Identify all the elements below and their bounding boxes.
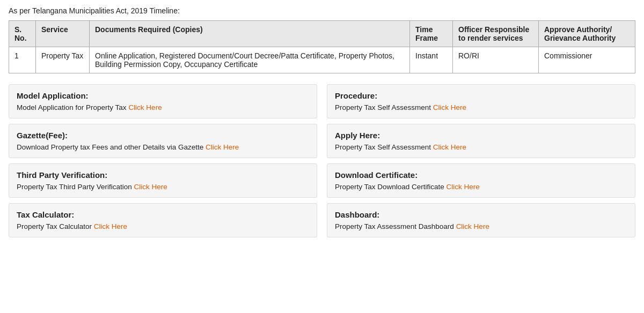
link-apply-here[interactable]: Click Here: [433, 143, 466, 151]
cell-sno: 1: [9, 47, 36, 73]
link-tax-calculator[interactable]: Click Here: [94, 222, 127, 230]
link-gazette-fee[interactable]: Click Here: [206, 143, 239, 151]
col-header-service: Service: [36, 21, 90, 47]
col-header-officer: Officer Responsible to render services: [453, 21, 539, 47]
card-procedure: Procedure: Property Tax Self Assessment …: [327, 84, 635, 118]
card-body-model-application: Model Application for Property Tax Click…: [17, 103, 309, 111]
intro-text: As per Telangana Municipalities Act, 201…: [9, 6, 635, 15]
cell-officer: RO/RI: [453, 47, 539, 73]
card-body-download-certificate: Property Tax Download Certificate Click …: [335, 183, 627, 191]
card-title-gazette-fee: Gazette(Fee):: [17, 131, 309, 140]
col-header-documents: Documents Required (Copies): [90, 21, 410, 47]
right-cards: Procedure: Property Tax Self Assessment …: [327, 84, 635, 237]
cell-documents: Online Application, Registered Document/…: [90, 47, 410, 73]
card-model-application: Model Application: Model Application for…: [9, 84, 317, 118]
card-dashboard: Dashboard: Property Tax Assessment Dashb…: [327, 203, 635, 237]
cell-authority: Commissioner: [539, 47, 635, 73]
card-body-third-party: Property Tax Third Party Verification Cl…: [17, 183, 309, 191]
card-title-model-application: Model Application:: [17, 91, 309, 100]
link-procedure[interactable]: Click Here: [433, 103, 466, 111]
card-download-certificate: Download Certificate: Property Tax Downl…: [327, 163, 635, 198]
col-header-timeframe: Time Frame: [410, 21, 453, 47]
card-title-dashboard: Dashboard:: [335, 210, 627, 219]
services-table: S. No. Service Documents Required (Copie…: [9, 20, 635, 73]
card-apply-here: Apply Here: Property Tax Self Assessment…: [327, 124, 635, 158]
card-body-tax-calculator: Property Tax Calculator Click Here: [17, 222, 309, 230]
card-title-third-party: Third Party Verification:: [17, 170, 309, 180]
link-dashboard[interactable]: Click Here: [456, 222, 489, 230]
card-body-dashboard: Property Tax Assessment Dashboard Click …: [335, 222, 627, 230]
col-header-authority: Approve Authority/ Grievance Authority: [539, 21, 635, 47]
card-body-procedure: Property Tax Self Assessment Click Here: [335, 103, 627, 111]
card-title-download-certificate: Download Certificate:: [335, 170, 627, 180]
card-body-gazette-fee: Download Property tax Fees and other Det…: [17, 143, 309, 151]
cell-timeframe: Instant: [410, 47, 453, 73]
left-cards: Model Application: Model Application for…: [9, 84, 317, 237]
card-gazette-fee: Gazette(Fee): Download Property tax Fees…: [9, 124, 317, 158]
card-tax-calculator: Tax Calculator: Property Tax Calculator …: [9, 203, 317, 237]
link-third-party[interactable]: Click Here: [134, 183, 167, 191]
table-row: 1 Property Tax Online Application, Regis…: [9, 47, 635, 73]
cell-service: Property Tax: [36, 47, 90, 73]
link-model-application[interactable]: Click Here: [128, 103, 162, 111]
link-download-certificate[interactable]: Click Here: [447, 183, 480, 191]
card-title-apply-here: Apply Here:: [335, 131, 627, 140]
card-third-party: Third Party Verification: Property Tax T…: [9, 163, 317, 198]
card-title-procedure: Procedure:: [335, 91, 627, 100]
col-header-sno: S. No.: [9, 21, 36, 47]
card-title-tax-calculator: Tax Calculator:: [17, 210, 309, 219]
cards-container: Model Application: Model Application for…: [9, 84, 635, 237]
card-body-apply-here: Property Tax Self Assessment Click Here: [335, 143, 627, 151]
